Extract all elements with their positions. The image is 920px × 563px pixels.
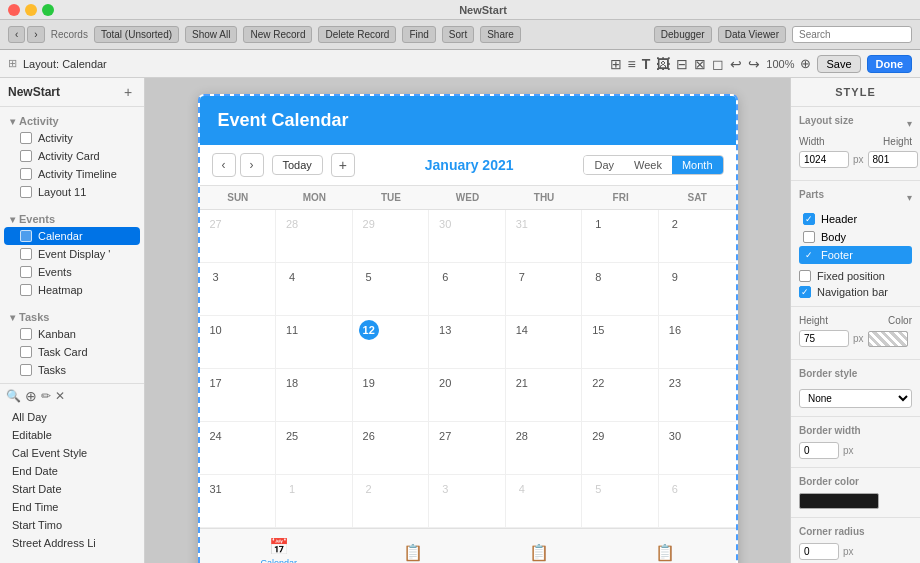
back-button[interactable]: ‹	[8, 26, 25, 43]
total-unsorted-button[interactable]: Total (Unsorted)	[94, 26, 179, 43]
table-row[interactable]: 24	[200, 422, 277, 474]
sidebar-item-calendar[interactable]: Calendar	[4, 227, 140, 245]
field-end-date[interactable]: End Date	[8, 462, 136, 480]
delete-record-button[interactable]: Delete Record	[318, 26, 396, 43]
delete-field-icon[interactable]: ✕	[55, 389, 65, 403]
table-row[interactable]: 26	[353, 422, 430, 474]
sidebar-item-event-display[interactable]: Event Display '	[0, 245, 144, 263]
color-swatch[interactable]	[868, 331, 908, 347]
month-view-button[interactable]: Month	[672, 156, 723, 174]
border-style-select[interactable]: None Solid Dashed	[799, 389, 912, 408]
new-record-button[interactable]: New Record	[243, 26, 312, 43]
footer-calendar[interactable]: 📅 Calendar	[260, 537, 297, 563]
section-label-activity[interactable]: Activity	[0, 111, 144, 129]
table-row[interactable]: 29	[353, 210, 430, 262]
table-row[interactable]: 25	[276, 422, 353, 474]
parts-item-footer[interactable]: ✓ Footer	[799, 246, 912, 264]
prev-month-button[interactable]: ‹	[212, 153, 236, 177]
minimize-button[interactable]	[25, 4, 37, 16]
sidebar-item-task-card[interactable]: Task Card	[0, 343, 144, 361]
table-row[interactable]: 13	[429, 316, 506, 368]
table-row[interactable]: 21	[506, 369, 583, 421]
table-row[interactable]: 5	[353, 263, 430, 315]
sidebar-item-tasks[interactable]: Tasks	[0, 361, 144, 379]
add-field-icon[interactable]: ⊕	[25, 388, 37, 404]
parts-item-header[interactable]: ✓ Header	[799, 210, 912, 228]
fixed-position-checkbox[interactable]	[799, 270, 811, 282]
section-label-events[interactable]: Events	[0, 209, 144, 227]
week-view-button[interactable]: Week	[624, 156, 672, 174]
sidebar-item-activity-card[interactable]: Activity Card	[0, 147, 144, 165]
section-label-tasks[interactable]: Tasks	[0, 307, 144, 325]
table-row[interactable]: 30	[659, 422, 736, 474]
find-button[interactable]: Find	[402, 26, 435, 43]
parts-item-body[interactable]: Body	[799, 228, 912, 246]
sidebar-item-activity-timeline[interactable]: Activity Timeline	[0, 165, 144, 183]
table-row[interactable]: 17	[200, 369, 277, 421]
table-row[interactable]: 28	[506, 422, 583, 474]
done-button[interactable]: Done	[867, 55, 913, 73]
save-button[interactable]: Save	[817, 55, 860, 73]
table-row[interactable]: 11	[276, 316, 353, 368]
border-width-input[interactable]	[799, 442, 839, 459]
sidebar-add-button[interactable]: +	[120, 84, 136, 100]
data-viewer-button[interactable]: Data Viewer	[718, 26, 786, 43]
share-button[interactable]: Share	[480, 26, 521, 43]
debugger-button[interactable]: Debugger	[654, 26, 712, 43]
layout-size-chevron[interactable]: ▾	[907, 118, 912, 129]
header-checkbox[interactable]: ✓	[803, 213, 815, 225]
table-row[interactable]: 1	[582, 210, 659, 262]
parts-chevron[interactable]: ▾	[907, 192, 912, 203]
table-row[interactable]: 7	[506, 263, 583, 315]
corner-radius-input[interactable]	[799, 543, 839, 560]
table-row[interactable]: 14	[506, 316, 583, 368]
height-field-input[interactable]	[799, 330, 849, 347]
add-event-button[interactable]: +	[331, 153, 355, 177]
table-row[interactable]: 18	[276, 369, 353, 421]
height-input[interactable]	[868, 151, 918, 168]
next-month-button[interactable]: ›	[240, 153, 264, 177]
sidebar-item-events[interactable]: Events	[0, 263, 144, 281]
table-row[interactable]: 2	[353, 475, 430, 527]
navigation-bar-checkbox[interactable]: ✓	[799, 286, 811, 298]
zoom-button[interactable]	[42, 4, 54, 16]
field-all-day[interactable]: All Day	[8, 408, 136, 426]
table-row[interactable]: 5	[582, 475, 659, 527]
table-row[interactable]: 9	[659, 263, 736, 315]
table-row[interactable]: 1	[276, 475, 353, 527]
table-row[interactable]: 20	[429, 369, 506, 421]
table-row[interactable]: 31	[506, 210, 583, 262]
footer-item3[interactable]: 📋	[529, 543, 549, 562]
table-row[interactable]: 29	[582, 422, 659, 474]
redo-button[interactable]: ↪	[748, 56, 760, 72]
sidebar-item-layout11[interactable]: Layout 11	[0, 183, 144, 201]
footer-item2[interactable]: 📋	[403, 543, 423, 562]
table-row[interactable]: 19	[353, 369, 430, 421]
edit-field-icon[interactable]: ✏	[41, 389, 51, 403]
footer-checkbox[interactable]: ✓	[803, 249, 815, 261]
table-row[interactable]: 6	[659, 475, 736, 527]
field-end-time[interactable]: End Time	[8, 498, 136, 516]
field-cal-event-style[interactable]: Cal Event Style	[8, 444, 136, 462]
close-button[interactable]	[8, 4, 20, 16]
table-row[interactable]: 4	[506, 475, 583, 527]
width-input[interactable]	[799, 151, 849, 168]
undo-button[interactable]: ↩	[730, 56, 742, 72]
table-row[interactable]: 6	[429, 263, 506, 315]
sort-button[interactable]: Sort	[442, 26, 474, 43]
table-row[interactable]: 8	[582, 263, 659, 315]
search-input[interactable]	[792, 26, 912, 43]
table-row[interactable]: 12	[353, 316, 430, 368]
table-row[interactable]: 4	[276, 263, 353, 315]
day-view-button[interactable]: Day	[584, 156, 624, 174]
table-row[interactable]: 16	[659, 316, 736, 368]
border-color-swatch[interactable]	[799, 493, 879, 509]
field-editable[interactable]: Editable	[8, 426, 136, 444]
show-all-button[interactable]: Show All	[185, 26, 237, 43]
table-row[interactable]: 23	[659, 369, 736, 421]
sidebar-item-kanban[interactable]: Kanban	[0, 325, 144, 343]
table-row[interactable]: 27	[429, 422, 506, 474]
table-row[interactable]: 2	[659, 210, 736, 262]
today-button[interactable]: Today	[272, 155, 323, 175]
forward-button[interactable]: ›	[27, 26, 44, 43]
